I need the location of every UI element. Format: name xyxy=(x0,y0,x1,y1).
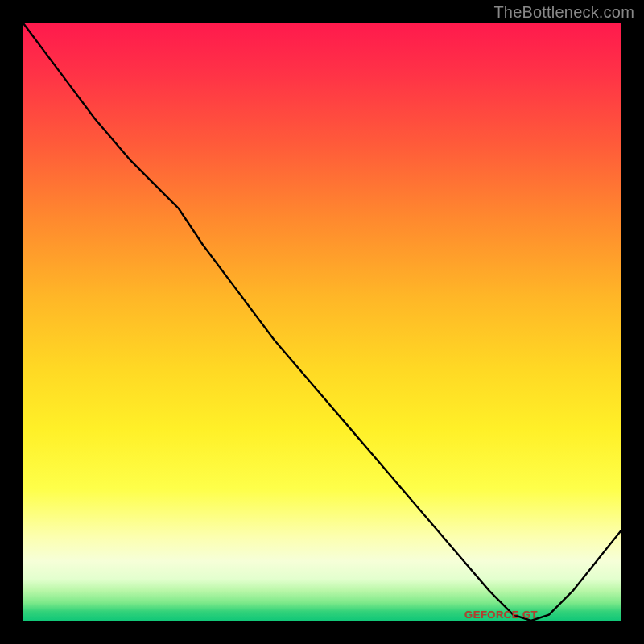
optimal-badge: GEFORCE GT xyxy=(464,609,538,621)
plot-area: GEFORCE GT xyxy=(23,23,621,621)
chart-canvas: TheBottleneck.com GEFORCE GT xyxy=(0,0,644,644)
bottleneck-curve xyxy=(23,23,621,621)
attribution-text: TheBottleneck.com xyxy=(493,3,634,22)
